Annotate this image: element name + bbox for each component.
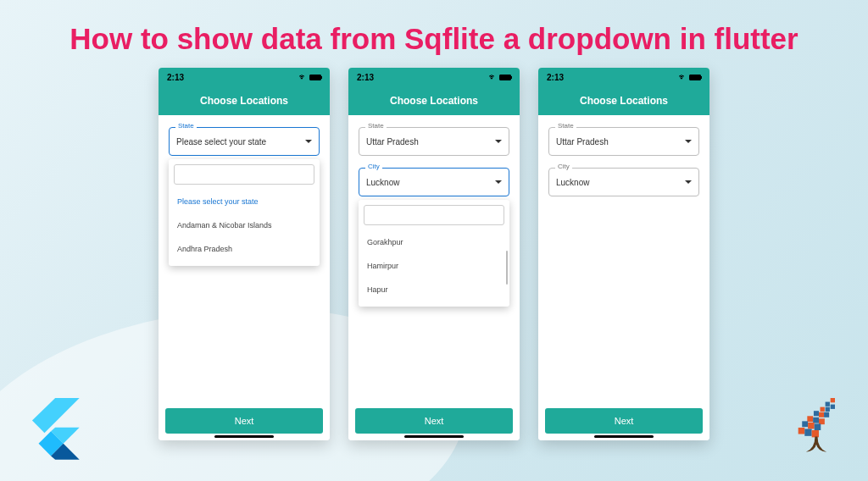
svg-rect-20 bbox=[812, 430, 819, 437]
svg-rect-15 bbox=[802, 421, 808, 427]
dropdown-search-input[interactable] bbox=[364, 205, 504, 225]
svg-rect-9 bbox=[814, 411, 819, 416]
phone-mockup-1: 2:13 ᯤ Choose Locations State Please sel… bbox=[159, 68, 330, 440]
state-dropdown-value: Please select your state bbox=[176, 137, 266, 147]
state-dropdown-panel: Please select your state Andaman & Nicob… bbox=[169, 159, 320, 266]
state-field-label: State bbox=[555, 122, 576, 130]
state-dropdown[interactable]: Uttar Pradesh bbox=[548, 127, 699, 156]
dropdown-item[interactable]: Andaman & Nicobar Islands bbox=[174, 213, 314, 237]
wifi-icon: ᯤ bbox=[299, 73, 307, 81]
svg-rect-17 bbox=[815, 423, 821, 430]
battery-icon bbox=[689, 75, 701, 80]
chevron-down-icon bbox=[495, 180, 502, 184]
state-dropdown[interactable]: Please select your state bbox=[169, 127, 320, 156]
city-dropdown-panel: Gorakhpur Hamirpur Hapur bbox=[359, 200, 509, 307]
phones-row: 2:13 ᯤ Choose Locations State Please sel… bbox=[0, 68, 868, 440]
svg-rect-8 bbox=[831, 405, 835, 409]
svg-rect-5 bbox=[831, 398, 835, 402]
app-bar-title: Choose Locations bbox=[538, 86, 709, 115]
status-time: 2:13 bbox=[167, 73, 184, 82]
home-indicator bbox=[214, 435, 274, 438]
app-bar-title: Choose Locations bbox=[159, 86, 330, 115]
city-dropdown[interactable]: Lucknow bbox=[548, 168, 699, 196]
status-bar: 2:13 ᯤ bbox=[348, 68, 520, 86]
city-dropdown-value: Lucknow bbox=[366, 178, 399, 187]
page-title: How to show data from Sqflite a dropdown… bbox=[0, 0, 868, 68]
home-indicator bbox=[404, 435, 464, 438]
chevron-down-icon bbox=[685, 180, 692, 184]
svg-rect-19 bbox=[804, 428, 811, 435]
next-button[interactable]: Next bbox=[545, 408, 703, 434]
battery-icon bbox=[309, 75, 321, 80]
state-field-label: State bbox=[365, 122, 387, 130]
next-button[interactable]: Next bbox=[355, 408, 513, 434]
status-time: 2:13 bbox=[547, 73, 564, 82]
city-dropdown-value: Lucknow bbox=[556, 178, 589, 187]
status-time: 2:13 bbox=[357, 73, 374, 82]
svg-rect-10 bbox=[819, 412, 824, 417]
state-dropdown[interactable]: Uttar Pradesh bbox=[359, 127, 509, 156]
brand-logo-icon bbox=[792, 398, 846, 462]
dropdown-item[interactable]: Hapur bbox=[364, 278, 504, 301]
chevron-down-icon bbox=[495, 140, 502, 143]
dropdown-item[interactable]: Please select your state bbox=[174, 190, 314, 213]
dropdown-item[interactable]: Gorakhpur bbox=[364, 230, 504, 254]
dropdown-item[interactable]: Hamirpur bbox=[364, 254, 504, 278]
svg-rect-14 bbox=[819, 418, 825, 424]
svg-rect-4 bbox=[826, 402, 830, 406]
home-indicator bbox=[594, 435, 654, 438]
svg-rect-7 bbox=[826, 407, 830, 412]
svg-rect-11 bbox=[824, 412, 829, 417]
wifi-icon: ᯤ bbox=[679, 73, 687, 81]
city-field-label: City bbox=[555, 163, 572, 170]
status-bar: 2:13 ᯤ bbox=[159, 68, 330, 86]
dropdown-item[interactable]: Andhra Pradesh bbox=[174, 237, 314, 261]
next-button[interactable]: Next bbox=[165, 408, 323, 434]
chevron-down-icon bbox=[305, 140, 312, 143]
svg-rect-16 bbox=[808, 423, 815, 429]
svg-rect-18 bbox=[798, 428, 805, 434]
phone-mockup-2: 2:13 ᯤ Choose Locations State Uttar Prad… bbox=[348, 68, 520, 440]
city-field-label: City bbox=[365, 163, 382, 170]
app-bar-title: Choose Locations bbox=[348, 86, 520, 115]
state-dropdown-value: Uttar Pradesh bbox=[556, 137, 609, 147]
city-dropdown[interactable]: Lucknow bbox=[359, 168, 509, 196]
dropdown-search-input[interactable] bbox=[174, 164, 314, 185]
svg-rect-12 bbox=[807, 416, 813, 422]
flutter-logo-icon bbox=[25, 398, 80, 462]
battery-icon bbox=[499, 75, 511, 80]
status-bar: 2:13 ᯤ bbox=[538, 68, 709, 86]
phone-mockup-3: 2:13 ᯤ Choose Locations State Uttar Prad… bbox=[538, 68, 709, 440]
state-dropdown-value: Uttar Pradesh bbox=[366, 137, 419, 147]
svg-rect-13 bbox=[813, 417, 819, 423]
chevron-down-icon bbox=[685, 140, 692, 143]
wifi-icon: ᯤ bbox=[489, 73, 497, 81]
svg-rect-6 bbox=[821, 407, 825, 412]
state-field-label: State bbox=[175, 122, 197, 130]
